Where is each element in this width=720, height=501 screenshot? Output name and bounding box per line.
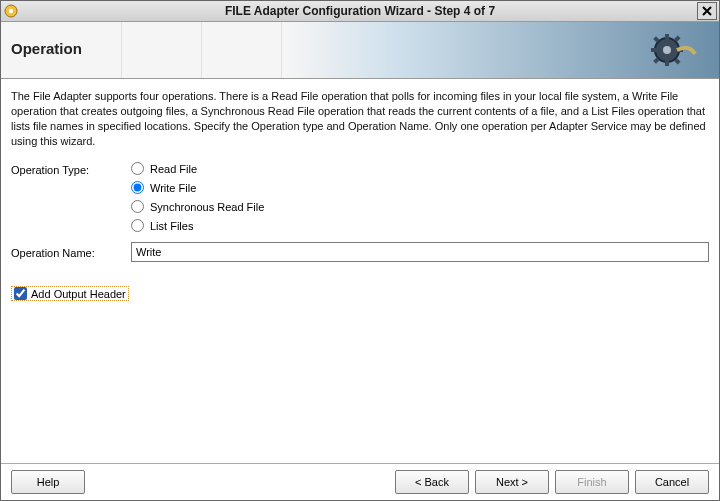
radio-list-files-label[interactable]: List Files [150, 220, 193, 232]
radio-sync-read-file[interactable]: Synchronous Read File [131, 200, 264, 213]
operation-type-label: Operation Type: [11, 162, 131, 176]
add-output-header-row: Add Output Header [11, 286, 709, 302]
radio-read-file[interactable]: Read File [131, 162, 264, 175]
radio-read-file-input[interactable] [131, 162, 144, 175]
radio-write-file-input[interactable] [131, 181, 144, 194]
next-button[interactable]: Next > [475, 470, 549, 494]
app-icon [3, 3, 19, 19]
wizard-window: FILE Adapter Configuration Wizard - Step… [0, 0, 720, 501]
finish-button: Finish [555, 470, 629, 494]
radio-list-files[interactable]: List Files [131, 219, 264, 232]
operation-type-row: Operation Type: Read File Write File Syn… [11, 162, 709, 232]
operation-name-row: Operation Name: [11, 242, 709, 262]
back-button[interactable]: < Back [395, 470, 469, 494]
footer: Help < Back Next > Finish Cancel [1, 463, 719, 500]
svg-rect-4 [665, 60, 669, 66]
help-button[interactable]: Help [11, 470, 85, 494]
radio-read-file-label[interactable]: Read File [150, 163, 197, 175]
operation-name-label: Operation Name: [11, 245, 131, 259]
close-icon[interactable] [697, 2, 717, 20]
operation-name-field[interactable] [131, 242, 709, 262]
radio-sync-read-file-label[interactable]: Synchronous Read File [150, 201, 264, 213]
titlebar: FILE Adapter Configuration Wizard - Step… [1, 1, 719, 22]
page-heading: Operation [11, 40, 82, 57]
radio-list-files-input[interactable] [131, 219, 144, 232]
svg-point-1 [9, 9, 13, 13]
cancel-button[interactable]: Cancel [635, 470, 709, 494]
banner: Operation [1, 22, 719, 79]
svg-point-11 [663, 46, 671, 54]
operation-type-radios: Read File Write File Synchronous Read Fi… [131, 162, 264, 232]
window-title: FILE Adapter Configuration Wizard - Step… [23, 4, 697, 18]
radio-write-file[interactable]: Write File [131, 181, 264, 194]
gear-icon [649, 28, 697, 74]
svg-rect-3 [665, 34, 669, 40]
description-text: The File Adapter supports four operation… [11, 89, 709, 148]
content-area: The File Adapter supports four operation… [1, 79, 719, 463]
add-output-header-checkbox[interactable] [14, 287, 27, 300]
radio-write-file-label[interactable]: Write File [150, 182, 196, 194]
svg-rect-5 [651, 48, 657, 52]
radio-sync-read-file-input[interactable] [131, 200, 144, 213]
add-output-header-label[interactable]: Add Output Header [31, 288, 126, 300]
